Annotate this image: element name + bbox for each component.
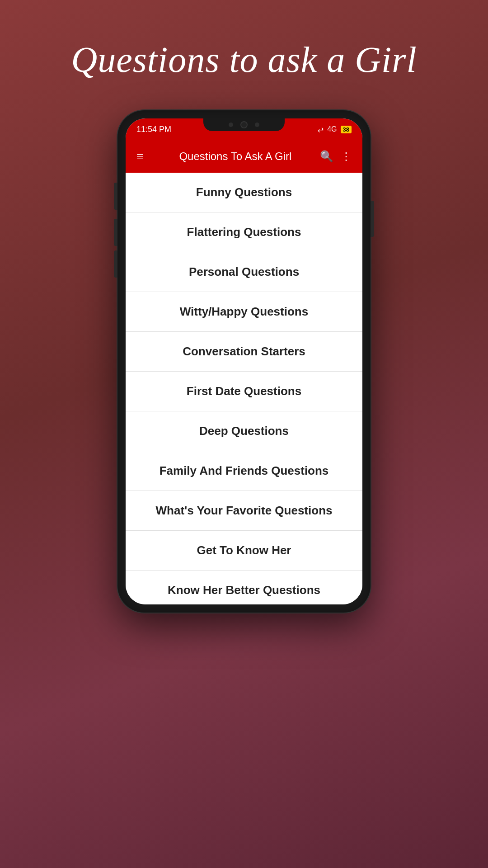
phone-mockup: 11:54 PM ⇄ 4G 38 ≡ Questions To Ask A Gi… [117,110,371,613]
menu-item-label-deep: Deep Questions [199,424,289,438]
menu-item-get-to-know[interactable]: Get To Know Her [126,531,362,571]
camera-lens [240,121,248,128]
menu-item-label-know-better: Know Her Better Questions [168,583,320,597]
menu-item-personal[interactable]: Personal Questions [126,252,362,292]
more-options-icon[interactable]: ⋮ [337,146,355,166]
menu-item-conversation[interactable]: Conversation Starters [126,332,362,372]
menu-item-label-funny: Funny Questions [196,185,292,199]
menu-item-flattering[interactable]: Flattering Questions [126,212,362,252]
menu-item-deep[interactable]: Deep Questions [126,411,362,451]
menu-item-label-favorite: What's Your Favorite Questions [156,504,333,518]
menu-item-label-flattering: Flattering Questions [187,225,301,239]
camera-dot-left [229,123,233,127]
menu-item-family-friends[interactable]: Family And Friends Questions [126,451,362,491]
app-toolbar: ≡ Questions To Ask A Girl 🔍 ⋮ [126,140,362,173]
menu-item-label-family-friends: Family And Friends Questions [160,464,329,478]
menu-item-witty-happy[interactable]: Witty/Happy Questions [126,292,362,332]
network-label: 4G [327,125,337,133]
menu-item-label-conversation: Conversation Starters [183,344,305,359]
search-icon[interactable]: 🔍 [316,146,337,166]
status-time: 11:54 PM [136,125,171,134]
menu-item-first-date[interactable]: First Date Questions [126,372,362,411]
menu-item-favorite[interactable]: What's Your Favorite Questions [126,491,362,531]
camera-area [203,118,285,131]
menu-item-label-personal: Personal Questions [189,265,299,279]
menu-item-label-first-date: First Date Questions [187,384,301,398]
menu-item-know-better[interactable]: Know Her Better Questions [126,571,362,604]
menu-item-funny[interactable]: Funny Questions [126,173,362,212]
camera-dot-right [255,123,259,127]
menu-item-label-witty-happy: Witty/Happy Questions [180,305,308,319]
battery-badge: 38 [341,126,352,133]
menu-item-label-get-to-know: Get To Know Her [197,543,291,557]
status-icons: ⇄ 4G 38 [318,125,352,134]
page-title: Questions to ask a Girl [35,36,453,83]
signal-icon: ⇄ [318,125,324,134]
toolbar-title: Questions To Ask A Girl [155,150,316,163]
menu-icon[interactable]: ≡ [133,146,147,167]
menu-list: Funny QuestionsFlattering QuestionsPerso… [126,173,362,604]
